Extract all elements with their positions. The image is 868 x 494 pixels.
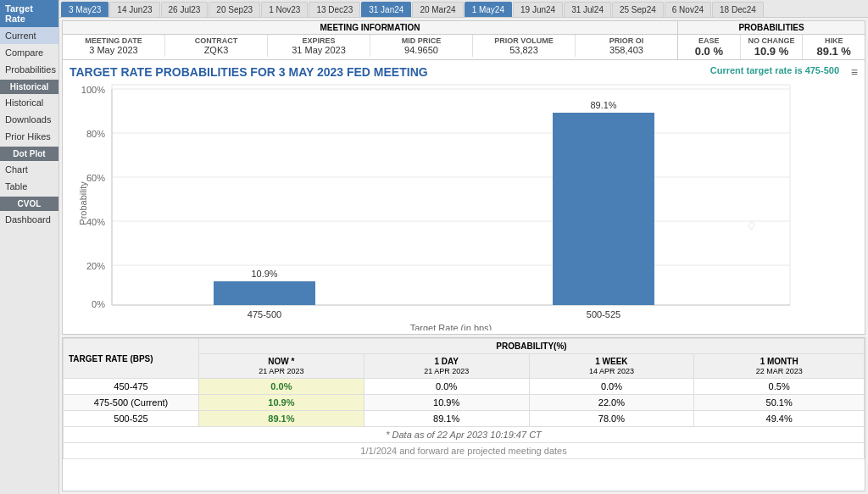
no-change-col: NO CHANGE 10.9 %: [741, 35, 804, 59]
contract-col: CONTRACT ZQK3: [165, 35, 268, 57]
date-tab-3[interactable]: 20 Sep23: [209, 2, 260, 17]
expires-col: EXPIRES 31 May 2023: [268, 35, 370, 57]
meeting-info-title: MEETING INFORMATION: [63, 21, 677, 35]
sidebar-item-compare[interactable]: Compare: [0, 44, 58, 61]
prior-oi-label: PRIOR OI: [579, 36, 674, 45]
ease-col: EASE 0.0 %: [678, 35, 741, 59]
date-tab-8[interactable]: 1 May24: [465, 2, 512, 17]
svg-text:89.1%: 89.1%: [590, 100, 616, 110]
prior-oi-col: PRIOR OI 358,403: [576, 35, 677, 57]
date-tab-7[interactable]: 20 Mar24: [412, 2, 463, 17]
expires-value: 31 May 2023: [271, 45, 366, 55]
date-tab-2[interactable]: 26 Jul23: [161, 2, 209, 17]
table-row: 475-500 (Current) 10.9% 10.9% 22.0% 50.1…: [64, 395, 865, 411]
expires-label: EXPIRES: [271, 36, 366, 45]
bar-475-500: [214, 281, 315, 305]
upper-section: MEETING INFORMATION MEETING DATE 3 May 2…: [62, 20, 865, 335]
chart-subtitle: Current target rate is 475-500: [710, 65, 839, 75]
svg-text:60%: 60%: [86, 173, 105, 183]
ease-label: EASE: [682, 36, 737, 45]
sidebar-section-cvol[interactable]: CVOL: [0, 197, 58, 211]
prior-volume-label: PRIOR VOLUME: [476, 36, 571, 45]
sidebar: Target Rate Current Compare Probabilitie…: [0, 0, 59, 494]
sidebar-item-prior-hikes[interactable]: Prior Hikes: [0, 128, 58, 145]
date-tabs: 3 May23 14 Jun23 26 Jul23 20 Sep23 1 Nov…: [59, 0, 868, 18]
svg-text:Probability: Probability: [78, 181, 88, 225]
svg-rect-7: [112, 85, 790, 305]
date-tab-11[interactable]: 25 Sep24: [612, 2, 664, 17]
table-row: 500-525 89.1% 89.1% 78.0% 49.4%: [64, 411, 865, 427]
now-cell: 0.0%: [199, 379, 364, 395]
svg-text:475-500: 475-500: [248, 309, 281, 319]
sidebar-item-chart[interactable]: Chart: [0, 161, 58, 178]
date-tab-12[interactable]: 6 Nov24: [665, 2, 711, 17]
day1-cell: 10.9%: [364, 395, 529, 411]
probability-chart: 100% 80% 60% 40% 20% 0% Probability: [78, 80, 815, 330]
sidebar-item-dashboard[interactable]: Dashboard: [0, 211, 58, 228]
now-header: NOW *21 APR 2023: [199, 354, 364, 379]
date-tab-0[interactable]: 3 May23: [61, 2, 108, 17]
sidebar-item-probabilities[interactable]: Probabilities: [0, 61, 58, 78]
day1-cell: 89.1%: [364, 411, 529, 427]
probability-table: TARGET RATE (BPS) PROBABILITY(%) NOW *21…: [63, 338, 865, 459]
date-tab-13[interactable]: 18 Dec24: [712, 2, 764, 17]
footer-dates: 1/1/2024 and forward are projected meeti…: [64, 443, 865, 459]
sidebar-item-downloads[interactable]: Downloads: [0, 111, 58, 128]
range-cell: 500-525: [64, 411, 199, 427]
range-cell: 475-500 (Current): [64, 395, 199, 411]
no-change-value: 10.9 %: [744, 45, 799, 58]
week1-cell: 0.0%: [529, 379, 694, 395]
sidebar-item-current[interactable]: Current: [0, 27, 58, 44]
svg-text:Q: Q: [748, 220, 755, 230]
no-change-label: NO CHANGE: [744, 36, 799, 45]
now-cell: 10.9%: [199, 395, 364, 411]
meeting-date-value: 3 May 2023: [66, 45, 161, 55]
sidebar-section-dot-plot[interactable]: Dot Plot: [0, 147, 58, 161]
prior-volume-col: PRIOR VOLUME 53,823: [473, 35, 576, 57]
prior-oi-value: 358,403: [579, 45, 674, 55]
svg-text:Target Rate (in bps): Target Rate (in bps): [410, 323, 492, 330]
hike-value: 89.1 %: [806, 45, 861, 58]
meeting-info-header: MEETING INFORMATION MEETING DATE 3 May 2…: [63, 21, 865, 60]
hamburger-icon[interactable]: ≡: [851, 65, 858, 79]
target-rate-header: TARGET RATE (BPS): [64, 339, 199, 379]
week1-cell: 22.0%: [529, 395, 694, 411]
prior-volume-value: 53,823: [476, 45, 571, 55]
svg-text:40%: 40%: [86, 217, 105, 227]
day1-cell: 0.0%: [364, 379, 529, 395]
probability-header: PROBABILITY(%): [199, 339, 865, 354]
date-tab-10[interactable]: 31 Jul24: [564, 2, 611, 17]
sidebar-item-historical[interactable]: Historical: [0, 94, 58, 111]
probabilities-title: PROBABILITIES: [678, 21, 865, 35]
1week-header: 1 WEEK14 APR 2023: [529, 354, 694, 379]
svg-text:500-525: 500-525: [587, 309, 620, 319]
sidebar-section-target-rate[interactable]: Target Rate: [0, 0, 58, 27]
week1-cell: 78.0%: [529, 411, 694, 427]
mid-price-col: MID PRICE 94.9650: [370, 35, 473, 57]
svg-text:20%: 20%: [86, 261, 105, 271]
meeting-date-col: MEETING DATE 3 May 2023: [63, 35, 165, 57]
footer-note: * Data as of 22 Apr 2023 10:19:47 CT: [64, 427, 865, 443]
1month-header: 1 MONTH22 MAR 2023: [694, 354, 865, 379]
bar-500-525: [553, 113, 654, 305]
date-tab-4[interactable]: 1 Nov23: [261, 2, 308, 17]
date-tab-5[interactable]: 13 Dec23: [309, 2, 360, 17]
date-tab-1[interactable]: 14 Jun23: [109, 2, 159, 17]
svg-text:10.9%: 10.9%: [251, 269, 277, 279]
month1-cell: 0.5%: [694, 379, 865, 395]
mid-price-label: MID PRICE: [374, 36, 469, 45]
content-area: 3 May23 14 Jun23 26 Jul23 20 Sep23 1 Nov…: [59, 0, 868, 494]
date-tab-9[interactable]: 19 Jun24: [513, 2, 563, 17]
ease-value: 0.0 %: [682, 45, 737, 58]
sidebar-section-historical[interactable]: Historical: [0, 80, 58, 94]
svg-text:100%: 100%: [81, 85, 105, 95]
1day-header: 1 DAY21 APR 2023: [364, 354, 529, 379]
svg-text:0%: 0%: [92, 299, 105, 309]
chart-container: TARGET RATE PROBABILITIES FOR 3 MAY 2023…: [63, 60, 865, 334]
sidebar-item-table[interactable]: Table: [0, 178, 58, 195]
date-tab-6[interactable]: 31 Jan24: [361, 2, 411, 17]
contract-value: ZQK3: [169, 45, 264, 55]
hike-label: HIKE: [806, 36, 861, 45]
mid-price-value: 94.9650: [374, 45, 469, 55]
month1-cell: 50.1%: [694, 395, 865, 411]
